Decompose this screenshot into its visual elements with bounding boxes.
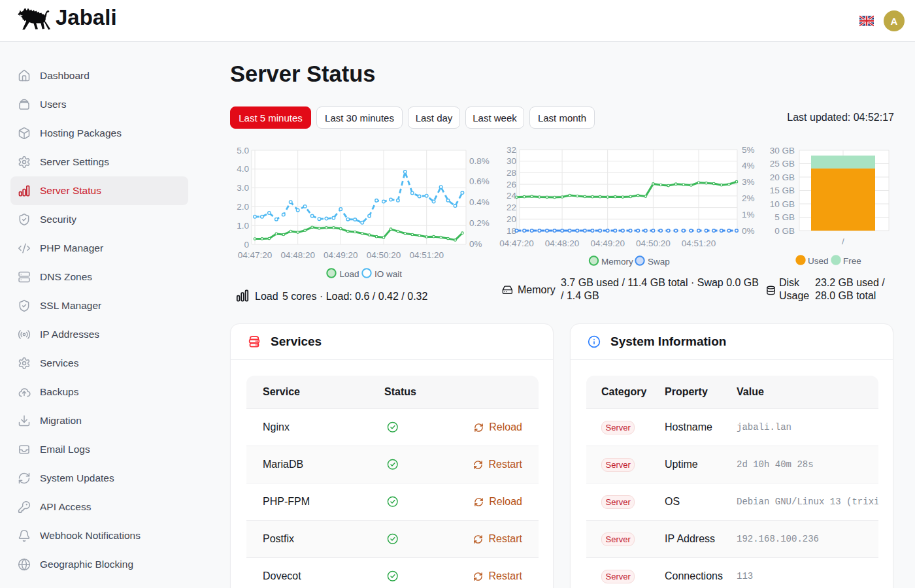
svg-text:IO wait: IO wait [374,269,402,279]
svg-text:Free: Free [843,256,861,266]
svg-text:Memory: Memory [601,257,633,267]
svg-text:2%: 2% [742,193,755,203]
svg-text:4%: 4% [742,161,755,171]
svg-text:04:51:20: 04:51:20 [682,238,716,248]
svg-text:0%: 0% [469,239,482,249]
svg-text:30: 30 [507,156,516,166]
svg-text:04:47:20: 04:47:20 [499,238,534,248]
svg-text:32: 32 [507,145,516,155]
svg-text:/: / [842,237,844,246]
svg-text:Usage: Usage [779,290,809,301]
svg-text:0.6%: 0.6% [469,176,490,186]
svg-text:Load: Load [340,269,359,279]
svg-text:3.7 GB used / 11.4 GB total ·: 3.7 GB used / 11.4 GB total · Swap 0.0 G… [561,277,759,288]
svg-text:20 GB: 20 GB [770,172,795,182]
svg-text:0 GB: 0 GB [774,226,795,236]
svg-text:Used: Used [808,256,829,266]
svg-text:04:50:20: 04:50:20 [636,238,671,248]
svg-text:0: 0 [244,240,249,250]
svg-text:5 GB: 5 GB [774,212,795,222]
svg-text:04:48:20: 04:48:20 [280,250,315,260]
svg-text:5%: 5% [742,145,755,155]
svg-text:Load: Load [255,291,278,302]
svg-text:Disk: Disk [779,277,800,288]
svg-text:25 GB: 25 GB [770,159,795,169]
svg-text:24: 24 [507,191,517,201]
svg-text:28.0 GB total: 28.0 GB total [815,290,876,301]
svg-text:10 GB: 10 GB [770,199,795,209]
svg-text:30 GB: 30 GB [770,146,795,155]
svg-text:/ 1.4 GB: / 1.4 GB [561,290,599,301]
svg-text:15 GB: 15 GB [770,186,795,195]
svg-text:0.4%: 0.4% [469,197,490,207]
svg-text:3.0: 3.0 [237,183,249,193]
svg-text:2.0: 2.0 [237,202,249,212]
svg-text:04:49:20: 04:49:20 [324,250,358,260]
svg-text:04:48:20: 04:48:20 [545,238,580,248]
svg-text:Swap: Swap [648,257,670,267]
svg-text:1%: 1% [742,210,755,220]
svg-text:0.8%: 0.8% [469,156,490,166]
svg-text:04:50:20: 04:50:20 [367,250,401,260]
svg-text:04:51:20: 04:51:20 [409,250,444,260]
svg-text:0%: 0% [742,226,755,236]
svg-text:04:49:20: 04:49:20 [590,238,625,248]
svg-text:4.0: 4.0 [237,164,249,174]
svg-text:1.0: 1.0 [237,221,249,231]
svg-text:22: 22 [507,203,516,212]
svg-text:5 cores · Load: 0.6 / 0.42 / 0: 5 cores · Load: 0.6 / 0.42 / 0.32 [282,291,427,302]
svg-text:20: 20 [507,214,516,224]
svg-text:04:47:20: 04:47:20 [238,250,273,260]
svg-text:28: 28 [507,168,516,178]
svg-text:23.2 GB used /: 23.2 GB used / [815,277,885,288]
svg-text:3%: 3% [742,177,755,187]
svg-text:26: 26 [507,180,516,189]
svg-text:0.2%: 0.2% [469,218,490,228]
svg-text:Memory: Memory [518,284,556,295]
svg-text:5.0: 5.0 [237,146,249,155]
